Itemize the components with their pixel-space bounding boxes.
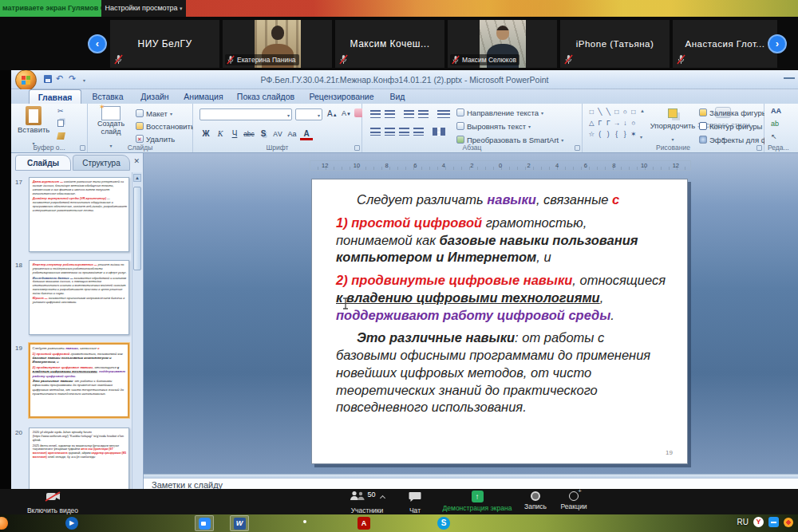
skype-icon[interactable]: S (437, 517, 450, 530)
copy-icon[interactable] (57, 120, 64, 127)
slide-canvas[interactable]: Следует различать навыки, связанные с1) … (311, 179, 688, 464)
shape-icon[interactable]: ╲ (604, 106, 613, 117)
participant-tile[interactable]: Максим Кочеш... (334, 19, 445, 69)
app-orange-icon[interactable] (0, 517, 8, 530)
yandex-browser-icon[interactable]: Y (753, 517, 764, 527)
shrink-font-button[interactable]: А▼ (342, 109, 351, 117)
align-left-icon[interactable] (370, 128, 381, 136)
font-size-combobox[interactable]: ▾ (295, 108, 322, 120)
tab-design[interactable]: Дизайн (134, 89, 176, 104)
find-button[interactable]: АА (771, 107, 781, 115)
tab-insert[interactable]: Вставка (85, 89, 131, 104)
shape-icon[interactable]: ○ (621, 106, 630, 117)
shapes-scroll-down-icon[interactable]: ▾ (640, 134, 642, 140)
bullets-icon[interactable] (370, 110, 381, 118)
participant-tile[interactable]: Екатерина Панина (222, 19, 333, 69)
language-indicator[interactable]: RU (737, 518, 749, 526)
dialog-launcher[interactable] (80, 145, 85, 151)
shape-icon[interactable]: } (621, 128, 630, 140)
dialog-launcher[interactable] (354, 145, 360, 151)
shape-icon[interactable]: ○ (630, 117, 638, 128)
columns-icon[interactable] (433, 128, 445, 136)
previous-participants-button[interactable]: ‹ (88, 34, 107, 53)
flower-tray-icon[interactable] (784, 518, 793, 527)
scrollbar-thumb[interactable] (133, 187, 141, 270)
tab-outline[interactable]: Структура (73, 155, 130, 171)
shapes-gallery[interactable]: □╲╲□○□△ΓΓ→↓○☆(){}✶ (587, 106, 638, 140)
shape-icon[interactable]: ☆ (587, 128, 596, 140)
align-center-icon[interactable] (385, 128, 395, 136)
minimize-button[interactable] (784, 75, 795, 79)
messenger-tray-icon[interactable] (768, 517, 779, 527)
tab-home[interactable]: Главная (29, 89, 81, 104)
font-style-button[interactable]: Аа (286, 130, 298, 138)
shape-icon[interactable]: △ (587, 117, 596, 128)
view-settings-dropdown[interactable]: Настройки просмотра ▾ (101, 0, 186, 17)
acrobat-icon[interactable]: A (358, 517, 370, 530)
layout-button[interactable]: Макет▾ (136, 108, 172, 119)
align-right-icon[interactable] (399, 128, 409, 136)
next-participants-button[interactable]: › (768, 34, 787, 53)
shape-icon[interactable]: □ (587, 106, 596, 117)
shapes-scroll-up-icon[interactable]: ▲ (640, 108, 645, 113)
shape-icon[interactable]: ( (596, 128, 605, 140)
dialog-launcher[interactable] (575, 145, 580, 151)
share-screen-button[interactable]: ↑ Демонстрация экрана (437, 491, 517, 512)
text-direction-button[interactable]: Направление текста▾ (456, 107, 543, 118)
justify-icon[interactable] (413, 128, 424, 136)
select-button[interactable]: ↖ (771, 132, 777, 140)
shape-icon[interactable]: □ (630, 106, 638, 117)
slide-thumbnail[interactable]: 2020 yil oktyabr oyida Jahon iqtisodiy f… (29, 428, 129, 489)
font-style-button[interactable]: А (300, 129, 313, 140)
shape-icon[interactable]: ↓ (621, 117, 630, 128)
shape-icon[interactable]: ) (604, 128, 613, 140)
shape-icon[interactable]: → (613, 117, 622, 128)
start-video-button[interactable]: Включить видео (11, 491, 94, 514)
increase-indent-icon[interactable] (418, 110, 429, 118)
slide-thumbnail[interactable]: Дата-журналист — создает различные типы … (29, 177, 129, 252)
zoom-app-button[interactable] (195, 515, 214, 531)
line-spacing-icon[interactable] (437, 110, 450, 118)
participant-tile[interactable]: НИУ БелГУ (109, 19, 220, 69)
word-app-button[interactable]: W (230, 515, 249, 531)
slide-thumbnail-selected[interactable]: Следует различать навыки, связанные с1) … (29, 343, 129, 418)
panel-scrollbar[interactable]: ▲ (132, 172, 142, 489)
shape-icon[interactable]: ╲ (596, 106, 605, 117)
record-button[interactable]: Запись (517, 491, 554, 510)
participant-tile[interactable]: iPhone (Татьяна) (559, 19, 670, 69)
chat-button[interactable]: Чат (401, 491, 429, 514)
font-style-button[interactable]: Ж (200, 129, 212, 138)
scroll-up-icon[interactable]: ▲ (133, 174, 141, 182)
media-player-icon[interactable]: ▶ (65, 517, 78, 530)
shape-icon[interactable]: □ (613, 106, 622, 117)
tab-review[interactable]: Рецензирование (303, 89, 380, 104)
shape-icon[interactable]: Γ (604, 117, 613, 128)
font-style-buttons[interactable]: ЖКЧabcSАVАаА (200, 125, 314, 140)
shape-fill-button[interactable]: Заливка фигуры▾ (699, 107, 772, 118)
font-name-combobox[interactable]: ▾ (200, 108, 292, 120)
reactions-button[interactable]: Реакции (554, 491, 594, 510)
reset-button[interactable]: Восстановить (136, 120, 195, 132)
grow-font-button[interactable]: А▲ (327, 109, 338, 118)
arrange-button[interactable]: Упорядочить ▾ (650, 107, 696, 144)
tab-slides-thumbnails[interactable]: Слайды (15, 155, 71, 171)
title-bar[interactable]: ↶ ↷ ▾ РФ.Бел.ГУ.30.04.21г.Межнар.Конфэ14… (11, 70, 798, 89)
shape-outline-button[interactable]: Контур фигуры▾ (699, 120, 767, 132)
shape-icon[interactable]: Γ (596, 117, 605, 128)
notes-pane[interactable]: Заметки к слайду (144, 478, 798, 489)
numbering-icon[interactable] (385, 110, 395, 118)
font-style-button[interactable]: Ч (228, 129, 241, 138)
shape-icon[interactable]: ✶ (630, 128, 638, 140)
font-style-button[interactable]: S (257, 129, 270, 138)
participants-button[interactable]: 50 Участники (342, 491, 393, 514)
slide-thumbnail[interactable]: Инженер-оператор роботизированных — реша… (29, 260, 129, 335)
dialog-launcher[interactable] (757, 145, 762, 151)
paste-button[interactable]: Вставить ▾ (18, 106, 49, 148)
tab-animations[interactable]: Анимация (179, 89, 228, 104)
font-style-button[interactable]: АV (271, 130, 284, 138)
participant-tile[interactable]: Максим Селюков (447, 19, 558, 69)
replace-button[interactable]: ab (771, 120, 779, 128)
align-text-button[interactable]: Выровнять текст▾ (456, 120, 531, 132)
close-panel-icon[interactable]: ✕ (133, 157, 140, 165)
tab-slideshow[interactable]: Показ слайдов (231, 89, 300, 104)
